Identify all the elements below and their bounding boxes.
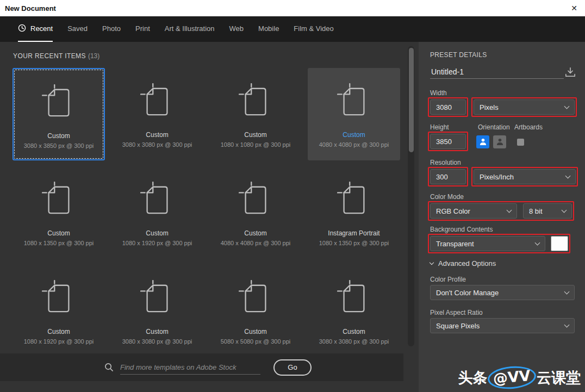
- recent-items-heading: YOUR RECENT ITEMS(13): [13, 52, 99, 60]
- document-icon: [140, 83, 174, 121]
- template-name: Custom: [209, 131, 302, 139]
- template-size: 3080 x 3080 px @ 300 ppi: [111, 141, 203, 148]
- background-annotation-box: Transparent: [428, 234, 570, 253]
- height-label: Height: [430, 123, 449, 131]
- clock-icon: [18, 24, 26, 34]
- document-name-field[interactable]: [430, 65, 564, 79]
- document-icon: [337, 83, 371, 121]
- width-unit-value: Pixels: [480, 103, 499, 111]
- tab-art-illustration[interactable]: Art & Illustration: [165, 16, 215, 42]
- background-color-swatch[interactable]: [551, 236, 568, 251]
- template-size: 1080 x 1080 px @ 300 ppi: [209, 141, 302, 148]
- chevron-down-icon: [535, 240, 540, 245]
- template-name: Custom: [308, 131, 400, 139]
- template-size: 4080 x 4080 px @ 300 ppi: [308, 141, 400, 148]
- tab-label: Art & Illustration: [165, 24, 215, 33]
- template-size: 3080 x 3080 px @ 300 ppi: [308, 338, 400, 345]
- bit-depth-dropdown[interactable]: 8 bit: [523, 203, 572, 219]
- orientation-landscape-icon[interactable]: [493, 135, 506, 148]
- tab-photo[interactable]: Photo: [102, 16, 121, 42]
- template-card[interactable]: Custom3080 x 3080 px @ 300 ppi: [111, 265, 203, 357]
- template-card[interactable]: Instagram Portrait1080 x 1350 px @ 300 p…: [308, 166, 400, 259]
- save-preset-icon[interactable]: [564, 67, 576, 80]
- pixel-aspect-ratio-label: Pixel Aspect Ratio: [430, 309, 483, 316]
- width-label: Width: [430, 89, 447, 97]
- template-size: 5080 x 5080 px @ 300 ppi: [209, 338, 302, 345]
- color-profile-dropdown[interactable]: Don't Color Manage: [430, 285, 575, 300]
- resolution-unit-dropdown[interactable]: Pixels/Inch: [474, 169, 576, 184]
- bit-depth-value: 8 bit: [529, 207, 543, 215]
- tab-label: Print: [135, 24, 150, 33]
- orientation-portrait-icon[interactable]: [476, 135, 489, 148]
- template-name: Custom: [308, 328, 400, 335]
- width-input[interactable]: [430, 99, 466, 115]
- color-mode-label: Color Mode: [430, 193, 464, 201]
- tab-print[interactable]: Print: [135, 16, 150, 42]
- template-card[interactable]: Custom4080 x 4080 px @ 300 ppi: [308, 68, 400, 160]
- document-icon: [42, 84, 76, 122]
- preset-details-heading: PRESET DETAILS: [430, 51, 487, 59]
- tab-recent[interactable]: Recent: [18, 16, 53, 42]
- template-size: 1080 x 1350 px @ 300 ppi: [13, 240, 105, 246]
- template-name: Custom: [209, 328, 302, 335]
- chevron-down-icon: [564, 103, 570, 109]
- template-name: Custom: [111, 328, 203, 335]
- recent-items-count: (13): [88, 52, 99, 60]
- template-name: Custom: [13, 328, 105, 335]
- template-card[interactable]: Custom1080 x 1920 px @ 300 ppi: [111, 166, 203, 259]
- chevron-down-icon: [507, 207, 512, 213]
- document-icon: [337, 280, 371, 318]
- tab-mobile[interactable]: Mobile: [258, 16, 279, 42]
- template-card[interactable]: Custom3080 x 3080 px @ 300 ppi: [111, 68, 203, 160]
- tab-label: Saved: [67, 24, 88, 33]
- watermark-at: @VV: [487, 364, 537, 391]
- template-card[interactable]: Custom1080 x 1080 px @ 300 ppi: [209, 68, 302, 160]
- template-name: Custom: [14, 132, 104, 140]
- chevron-down-icon: [562, 207, 567, 213]
- pixel-aspect-ratio-dropdown[interactable]: Square Pixels: [430, 318, 575, 333]
- scrollbar-thumb[interactable]: [409, 48, 414, 152]
- color-mode-annotation-box: RGB Color 8 bit: [428, 201, 574, 221]
- chevron-down-icon: [564, 322, 570, 327]
- background-contents-label: Background Contents: [430, 226, 493, 233]
- tab-label: Web: [229, 24, 244, 33]
- close-icon[interactable]: ✕: [571, 4, 577, 12]
- template-name: Custom: [111, 131, 203, 139]
- width-unit-dropdown[interactable]: Pixels: [474, 99, 575, 115]
- document-icon: [140, 182, 174, 220]
- color-mode-dropdown[interactable]: RGB Color: [430, 203, 517, 219]
- template-name: Custom: [13, 229, 105, 237]
- template-card[interactable]: Custom3080 x 3850 px @ 300 ppi: [13, 68, 105, 160]
- template-size: 4080 x 4080 px @ 300 ppi: [209, 240, 302, 246]
- background-contents-dropdown[interactable]: Transparent: [430, 236, 545, 251]
- template-card[interactable]: Custom4080 x 4080 px @ 300 ppi: [209, 166, 302, 259]
- vertical-scrollbar[interactable]: [408, 46, 414, 346]
- artboards-checkbox[interactable]: [517, 139, 524, 146]
- color-mode-value: RGB Color: [436, 207, 470, 215]
- template-card[interactable]: Custom5080 x 5080 px @ 300 ppi: [209, 265, 302, 357]
- template-name: Custom: [209, 229, 302, 237]
- tab-saved[interactable]: Saved: [67, 16, 88, 42]
- width-unit-annotation-box: Pixels: [471, 97, 577, 117]
- template-grid: Custom3080 x 3850 px @ 300 ppiCustom3080…: [13, 68, 400, 357]
- height-input[interactable]: [430, 134, 466, 149]
- template-card[interactable]: Custom1080 x 1350 px @ 300 ppi: [13, 166, 105, 259]
- template-size: 1080 x 1350 px @ 300 ppi: [308, 240, 400, 246]
- template-card[interactable]: Custom1080 x 1920 px @ 300 ppi: [13, 265, 105, 357]
- document-icon: [239, 182, 272, 220]
- recent-items-heading-text: YOUR RECENT ITEMS: [13, 52, 86, 60]
- search-input[interactable]: [120, 360, 260, 375]
- tab-film-video[interactable]: Film & Video: [294, 16, 333, 42]
- go-button[interactable]: Go: [273, 359, 312, 376]
- tab-label: Photo: [102, 24, 121, 33]
- document-icon: [337, 182, 371, 220]
- template-card[interactable]: Custom3080 x 3080 px @ 300 ppi: [308, 265, 400, 357]
- resolution-input[interactable]: [430, 169, 466, 184]
- dialog-titlebar: New Document ✕: [0, 0, 585, 16]
- resolution-annotation-box: [428, 167, 468, 186]
- tab-web[interactable]: Web: [229, 16, 244, 42]
- chevron-down-icon: [564, 289, 570, 294]
- watermark-suffix: 云课堂: [537, 368, 581, 388]
- category-tabbar: Recent Saved Photo Print Art & Illustrat…: [0, 16, 585, 42]
- advanced-options-toggle[interactable]: Advanced Options: [430, 259, 496, 267]
